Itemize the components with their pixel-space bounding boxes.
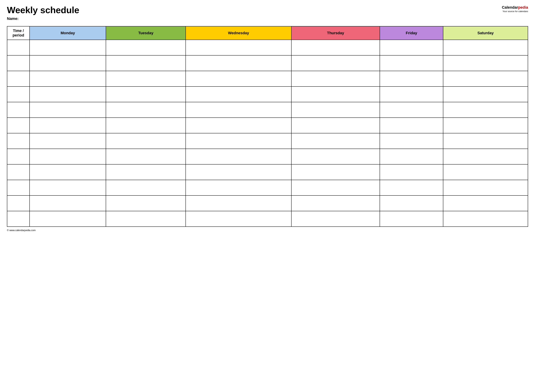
tuesday-cell[interactable] — [106, 55, 186, 71]
time-cell[interactable] — [7, 102, 30, 118]
friday-cell[interactable] — [380, 133, 443, 149]
saturday-cell[interactable] — [443, 164, 528, 180]
footer-url: © www.calendarpedia.com — [7, 229, 528, 232]
wednesday-cell[interactable] — [186, 71, 291, 87]
time-cell[interactable] — [7, 71, 30, 87]
time-cell[interactable] — [7, 55, 30, 71]
monday-cell[interactable] — [30, 196, 106, 211]
wednesday-cell[interactable] — [186, 180, 291, 196]
monday-cell[interactable] — [30, 211, 106, 227]
table-row — [7, 55, 528, 71]
thursday-cell[interactable] — [291, 102, 380, 118]
tuesday-cell[interactable] — [106, 102, 186, 118]
time-cell[interactable] — [7, 211, 30, 227]
friday-cell[interactable] — [380, 211, 443, 227]
time-cell[interactable] — [7, 196, 30, 211]
friday-cell[interactable] — [380, 164, 443, 180]
wednesday-cell[interactable] — [186, 149, 291, 164]
tuesday-cell[interactable] — [106, 87, 186, 102]
friday-cell[interactable] — [380, 196, 443, 211]
monday-cell[interactable] — [30, 102, 106, 118]
thursday-cell[interactable] — [291, 118, 380, 133]
table-row — [7, 133, 528, 149]
thursday-cell[interactable] — [291, 71, 380, 87]
wednesday-cell[interactable] — [186, 87, 291, 102]
monday-cell[interactable] — [30, 118, 106, 133]
thursday-cell[interactable] — [291, 211, 380, 227]
monday-cell[interactable] — [30, 133, 106, 149]
saturday-cell[interactable] — [443, 40, 528, 55]
page-title: Weekly schedule — [7, 5, 498, 15]
wednesday-cell[interactable] — [186, 196, 291, 211]
tuesday-cell[interactable] — [106, 196, 186, 211]
title-section: Weekly schedule Name: — [7, 5, 498, 24]
thursday-cell[interactable] — [291, 55, 380, 71]
wednesday-cell[interactable] — [186, 40, 291, 55]
saturday-cell[interactable] — [443, 180, 528, 196]
friday-cell[interactable] — [380, 71, 443, 87]
friday-cell[interactable] — [380, 118, 443, 133]
thursday-cell[interactable] — [291, 87, 380, 102]
saturday-cell[interactable] — [443, 55, 528, 71]
monday-cell[interactable] — [30, 149, 106, 164]
time-cell[interactable] — [7, 87, 30, 102]
monday-cell[interactable] — [30, 180, 106, 196]
wednesday-cell[interactable] — [186, 211, 291, 227]
thursday-cell[interactable] — [291, 164, 380, 180]
tuesday-cell[interactable] — [106, 71, 186, 87]
friday-cell[interactable] — [380, 180, 443, 196]
saturday-cell[interactable] — [443, 71, 528, 87]
saturday-cell[interactable] — [443, 211, 528, 227]
saturday-cell[interactable] — [443, 118, 528, 133]
header-row: Time / period Monday Tuesday Wednesday T… — [7, 26, 528, 40]
time-cell[interactable] — [7, 133, 30, 149]
thursday-cell[interactable] — [291, 133, 380, 149]
time-cell[interactable] — [7, 149, 30, 164]
wednesday-cell[interactable] — [186, 102, 291, 118]
tuesday-cell[interactable] — [106, 211, 186, 227]
friday-cell[interactable] — [380, 102, 443, 118]
saturday-cell[interactable] — [443, 149, 528, 164]
tuesday-cell[interactable] — [106, 40, 186, 55]
col-header-saturday: Saturday — [443, 26, 528, 40]
monday-cell[interactable] — [30, 55, 106, 71]
monday-cell[interactable] — [30, 164, 106, 180]
col-header-wednesday: Wednesday — [186, 26, 291, 40]
time-cell[interactable] — [7, 118, 30, 133]
friday-cell[interactable] — [380, 149, 443, 164]
saturday-cell[interactable] — [443, 196, 528, 211]
time-cell[interactable] — [7, 40, 30, 55]
thursday-cell[interactable] — [291, 40, 380, 55]
friday-cell[interactable] — [380, 55, 443, 71]
tuesday-cell[interactable] — [106, 164, 186, 180]
monday-cell[interactable] — [30, 71, 106, 87]
tuesday-cell[interactable] — [106, 149, 186, 164]
monday-cell[interactable] — [30, 40, 106, 55]
wednesday-cell[interactable] — [186, 118, 291, 133]
saturday-cell[interactable] — [443, 87, 528, 102]
saturday-cell[interactable] — [443, 102, 528, 118]
table-row — [7, 196, 528, 211]
col-header-thursday: Thursday — [291, 26, 380, 40]
wednesday-cell[interactable] — [186, 164, 291, 180]
friday-cell[interactable] — [380, 40, 443, 55]
tuesday-cell[interactable] — [106, 133, 186, 149]
tuesday-cell[interactable] — [106, 118, 186, 133]
wednesday-cell[interactable] — [186, 55, 291, 71]
thursday-cell[interactable] — [291, 149, 380, 164]
header-area: Weekly schedule Name: Calendarpedia Your… — [7, 5, 528, 24]
table-row — [7, 71, 528, 87]
wednesday-cell[interactable] — [186, 133, 291, 149]
col-header-tuesday: Tuesday — [106, 26, 186, 40]
time-cell[interactable] — [7, 180, 30, 196]
saturday-cell[interactable] — [443, 133, 528, 149]
time-cell[interactable] — [7, 164, 30, 180]
table-row — [7, 180, 528, 196]
friday-cell[interactable] — [380, 87, 443, 102]
tuesday-cell[interactable] — [106, 180, 186, 196]
col-header-friday: Friday — [380, 26, 443, 40]
logo-section: Calendarpedia Your source for calendars — [502, 5, 528, 13]
thursday-cell[interactable] — [291, 180, 380, 196]
monday-cell[interactable] — [30, 87, 106, 102]
thursday-cell[interactable] — [291, 196, 380, 211]
